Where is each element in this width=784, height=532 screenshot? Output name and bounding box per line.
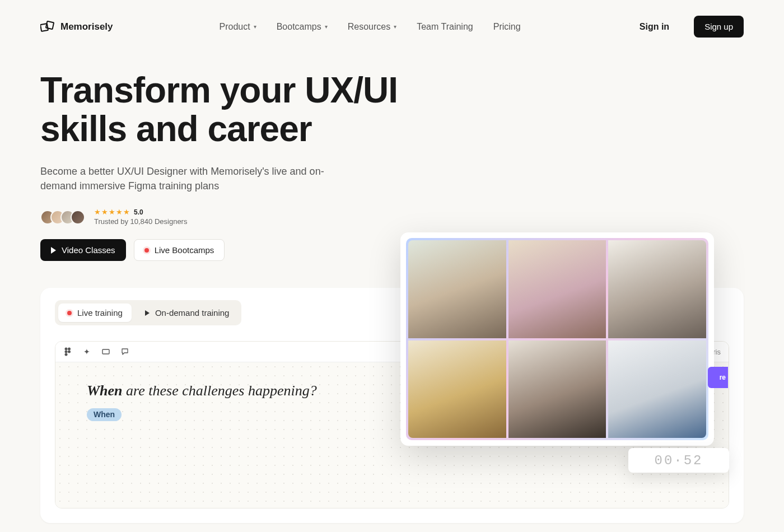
tab-label: Live training <box>77 308 123 318</box>
star-rating-icon: ★★★★★ <box>94 208 130 217</box>
nav-label: Pricing <box>493 22 521 32</box>
svg-rect-7 <box>102 349 109 354</box>
live-dot-icon <box>67 311 72 315</box>
nav-pricing[interactable]: Pricing <box>493 22 521 32</box>
live-dot-icon <box>144 248 149 253</box>
svg-point-2 <box>65 348 68 351</box>
participant-tile[interactable] <box>608 240 706 338</box>
svg-point-3 <box>68 348 71 351</box>
svg-point-4 <box>65 351 68 353</box>
brand-name: Memorisely <box>60 21 113 32</box>
rating-value: 5.0 <box>134 208 143 217</box>
frame-icon[interactable] <box>101 347 110 356</box>
trusted-by-text: Trusted by 10,840 Designers <box>94 217 187 227</box>
prompt-bold: When <box>87 382 123 399</box>
preview-tabbar: Live training On-demand training <box>55 300 241 325</box>
prompt-when: When are these challenges happening? Whe… <box>87 381 317 508</box>
cta-label: Live Bootcamps <box>155 245 214 255</box>
trust-row: ★★★★★ 5.0 Trusted by 10,840 Designers <box>40 208 419 227</box>
participant-tile[interactable] <box>408 240 506 338</box>
hero-section: Transform your UX/UI skills and career B… <box>0 43 459 261</box>
page-subtitle: Become a better UX/UI Designer with Memo… <box>40 164 332 193</box>
video-call-card <box>400 232 714 446</box>
comment-icon[interactable] <box>120 347 129 356</box>
nav-label: Resources <box>348 22 390 32</box>
share-label: re <box>720 374 726 381</box>
nav-bootcamps[interactable]: Bootcamps ▾ <box>277 22 328 32</box>
chevron-down-icon: ▾ <box>254 24 256 30</box>
chevron-down-icon: ▾ <box>325 24 328 30</box>
cta-label: Video Classes <box>62 245 115 255</box>
play-icon <box>145 310 150 316</box>
play-icon <box>51 247 56 254</box>
page-title: Transform your UX/UI skills and career <box>40 71 419 148</box>
live-bootcamps-button[interactable]: Live Bootcamps <box>134 239 225 261</box>
sparkle-icon[interactable]: ✦ <box>82 347 91 356</box>
participant-tile[interactable] <box>608 340 706 438</box>
brand-logo[interactable]: Memorisely <box>40 21 113 33</box>
participant-tile[interactable] <box>508 240 606 338</box>
nav-label: Bootcamps <box>277 22 321 32</box>
trust-avatars <box>40 210 85 225</box>
hero-cta-row: Video Classes Live Bootcamps <box>40 239 419 261</box>
signup-button[interactable]: Sign up <box>694 16 744 38</box>
prompt-rest: are these challenges happening? <box>123 382 317 399</box>
tag-when[interactable]: When <box>87 408 122 421</box>
share-button-peek[interactable]: re <box>708 367 728 388</box>
signup-label: Sign up <box>704 22 733 31</box>
nav-resources[interactable]: Resources ▾ <box>348 22 396 32</box>
tab-ondemand-training[interactable]: On-demand training <box>136 304 239 322</box>
participant-tile[interactable] <box>508 340 606 438</box>
figma-logo-icon[interactable] <box>63 347 72 356</box>
logo-icon <box>40 21 55 33</box>
avatar <box>71 210 85 225</box>
primary-nav: Product ▾ Bootcamps ▾ Resources ▾ Team T… <box>220 22 521 32</box>
signin-link[interactable]: Sign in <box>640 22 669 32</box>
trust-meta: ★★★★★ 5.0 Trusted by 10,840 Designers <box>94 208 187 227</box>
nav-product[interactable]: Product ▾ <box>220 22 256 32</box>
nav-team-training[interactable]: Team Training <box>417 22 473 32</box>
timer-value: 00·52 <box>654 453 703 468</box>
tab-live-training[interactable]: Live training <box>58 304 132 322</box>
video-classes-button[interactable]: Video Classes <box>40 239 126 261</box>
site-header: Memorisely Product ▾ Bootcamps ▾ Resourc… <box>0 0 784 43</box>
timer-card: 00·52 <box>628 448 729 473</box>
participant-tile[interactable] <box>408 340 506 438</box>
tab-label: On-demand training <box>155 308 230 318</box>
video-grid <box>408 240 706 438</box>
nav-label: Product <box>220 22 250 32</box>
svg-point-6 <box>65 353 68 356</box>
nav-label: Team Training <box>417 22 473 32</box>
svg-point-5 <box>68 351 71 353</box>
chevron-down-icon: ▾ <box>394 24 396 30</box>
